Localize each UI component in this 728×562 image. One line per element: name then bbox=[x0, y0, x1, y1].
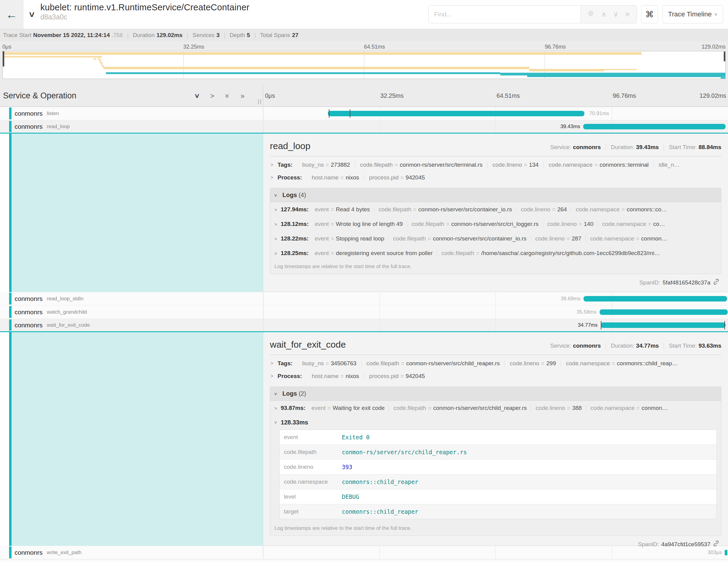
tick-label: 96.76ms bbox=[545, 44, 566, 50]
detail-title: read_loop bbox=[270, 141, 310, 151]
span-color-accent bbox=[9, 134, 12, 292]
tags-row[interactable]: > Tags: busy_ns=34506763 code.filepath=c… bbox=[270, 357, 721, 370]
span-bar[interactable] bbox=[601, 322, 726, 328]
minimap-tick-labels: 0μs 32.25ms 64.51ms 96.76ms 129.02ms bbox=[2, 43, 726, 51]
find-input[interactable] bbox=[429, 5, 580, 23]
span-name-cell[interactable]: conmonrs wait_for_exit_code bbox=[0, 319, 263, 331]
minimap-span-graph bbox=[3, 51, 725, 79]
span-name-cell[interactable]: conmonrs read_loop_stdin bbox=[0, 292, 263, 305]
span-bar[interactable] bbox=[725, 550, 727, 555]
services-value: 3 bbox=[216, 32, 220, 39]
tick-label: 32.25ms bbox=[380, 92, 404, 99]
depth-label: Depth bbox=[230, 32, 245, 39]
log-entry[interactable]: > 93.87ms: event=Waiting for exit code c… bbox=[270, 401, 721, 415]
chevron-right-icon: > bbox=[274, 207, 277, 212]
find-group: ∧ ∨ × bbox=[428, 5, 637, 23]
span-duration-label: 34.77ms bbox=[578, 322, 597, 328]
trace-start-fraction: .756 bbox=[112, 32, 123, 39]
tick-label: 64.51ms bbox=[497, 92, 520, 99]
span-name-cell[interactable]: conmonrs write_exit_path bbox=[0, 546, 263, 559]
span-name-cell[interactable]: conmonrs listen bbox=[0, 107, 263, 120]
operation-name: watch_grandchild bbox=[47, 309, 87, 315]
service-name: conmonrs bbox=[15, 308, 43, 316]
trace-view-selector[interactable]: Trace Timeline > bbox=[662, 5, 723, 23]
duration-label: Duration bbox=[133, 32, 155, 39]
span-bar-cell[interactable]: 39.69ms bbox=[263, 292, 728, 305]
tick-label: 0μs bbox=[265, 92, 275, 99]
logs-footnote: Log timestamps are relative to the start… bbox=[270, 522, 721, 536]
logs-toggle[interactable]: > Logs (2) bbox=[270, 387, 721, 401]
span-row-listen: conmonrs listen 70.91ms bbox=[0, 107, 728, 120]
trace-collapse-toggle[interactable]: > bbox=[23, 0, 40, 29]
timeline-minimap-section: 0μs 32.25ms 64.51ms 96.76ms 129.02ms bbox=[0, 41, 728, 85]
copy-link-icon[interactable] bbox=[713, 278, 719, 287]
trace-view-label: Trace Timeline bbox=[668, 10, 712, 18]
logs-footnote: Log timestamps are relative to the start… bbox=[270, 261, 721, 274]
tick-label: 129.02ms bbox=[702, 44, 726, 50]
minimap-left-handle bbox=[3, 51, 4, 66]
span-row-read-loop: conmonrs read_loop 39.43ms bbox=[0, 120, 728, 134]
collapse-one-icon[interactable]: > bbox=[193, 92, 201, 100]
span-row-read-loop-stdin: conmonrs read_loop_stdin 39.69ms bbox=[0, 292, 728, 305]
logs-toggle[interactable]: > Logs (4) bbox=[270, 188, 721, 202]
table-row: code.filepath conmon-rs/server/src/child… bbox=[280, 445, 716, 460]
span-color-accent bbox=[9, 107, 12, 119]
prev-match-icon[interactable]: ∧ bbox=[601, 10, 607, 19]
chevron-right-icon: > bbox=[270, 373, 273, 379]
chevron-right-icon: > bbox=[270, 361, 273, 366]
span-bar[interactable] bbox=[328, 111, 584, 116]
expanded-log-entry[interactable]: > 128.33ms bbox=[270, 415, 721, 429]
log-entry[interactable]: > 128.12ms: event=Wrote log line of leng… bbox=[270, 217, 721, 231]
service-name: conmonrs bbox=[15, 549, 43, 556]
span-bar-cell[interactable]: 39.43ms bbox=[263, 120, 728, 133]
log-entry[interactable]: > 128.25ms: event=deregistering event so… bbox=[270, 246, 721, 261]
clear-search-icon[interactable]: × bbox=[625, 9, 630, 19]
services-label: Services bbox=[192, 32, 215, 39]
minimap-canvas[interactable] bbox=[2, 51, 726, 79]
span-name-cell[interactable]: conmonrs watch_grandchild bbox=[0, 305, 263, 318]
chevron-right-icon: > bbox=[274, 236, 277, 241]
chevron-down-icon: > bbox=[273, 393, 278, 395]
detail-meta: Service:conmonrs Duration:34.77ms Start … bbox=[550, 342, 722, 349]
grid-header: Service & Operation > > » » 0μs 32.25ms … bbox=[0, 85, 728, 107]
chevron-right-icon: > bbox=[274, 222, 277, 227]
tick-label: 0μs bbox=[2, 44, 11, 50]
span-bar[interactable] bbox=[600, 309, 728, 315]
span-color-accent bbox=[9, 547, 12, 558]
span-bar-cell[interactable]: 35.58ms bbox=[263, 305, 728, 318]
back-arrow-icon: ← bbox=[6, 9, 17, 20]
span-detail-read-loop: read_loop Service:conmonrs Duration:39.4… bbox=[0, 134, 728, 292]
spanid-value: 5faf48165428c37a bbox=[663, 279, 710, 286]
tags-row[interactable]: > Tags: busy_ns=273882 code.filepath=con… bbox=[270, 158, 721, 171]
spanid-label: SpanID: bbox=[639, 279, 660, 286]
chevron-right-icon: > bbox=[270, 162, 273, 168]
span-duration-label: 35.58ms bbox=[577, 309, 596, 315]
chevron-right-icon: > bbox=[270, 175, 273, 180]
next-match-icon[interactable]: ∨ bbox=[613, 10, 618, 19]
process-row[interactable]: > Process: host.name=nixos process.pid=9… bbox=[270, 171, 721, 184]
span-bar[interactable] bbox=[583, 296, 727, 301]
span-row-wait-for-exit-code: conmonrs wait_for_exit_code 34.77ms bbox=[0, 319, 728, 332]
process-row[interactable]: > Process: host.name=nixos process.pid=9… bbox=[270, 370, 721, 382]
span-color-accent bbox=[9, 293, 12, 305]
command-icon: ⌘ bbox=[645, 9, 654, 19]
selected-span-indent bbox=[12, 134, 263, 292]
log-entry[interactable]: > 128.22ms: event=Stopping read loop cod… bbox=[270, 231, 721, 246]
keyboard-shortcuts-button[interactable]: ⌘ bbox=[641, 5, 658, 23]
span-bar-cell[interactable]: 303μs bbox=[263, 546, 728, 559]
span-name-cell[interactable]: conmonrs read_loop bbox=[0, 120, 263, 133]
span-bar-cell[interactable]: 34.77ms bbox=[263, 319, 728, 331]
span-bar[interactable] bbox=[583, 124, 725, 129]
log-entry[interactable]: > 127.94ms: event=Read 4 bytes code.file… bbox=[270, 202, 721, 217]
back-button[interactable]: ← bbox=[0, 0, 23, 29]
span-bar-cell[interactable]: 70.91ms bbox=[263, 107, 728, 120]
expand-one-icon[interactable]: > bbox=[208, 92, 216, 100]
span-color-accent bbox=[9, 319, 12, 331]
span-color-accent bbox=[9, 332, 12, 546]
expand-all-icon[interactable]: » bbox=[239, 92, 247, 100]
locate-match-icon[interactable] bbox=[587, 10, 594, 19]
log-tick bbox=[350, 109, 350, 118]
total-spans-value: 27 bbox=[292, 32, 298, 39]
collapse-all-icon[interactable]: » bbox=[223, 92, 232, 100]
column-resize-grip[interactable] bbox=[258, 99, 261, 104]
